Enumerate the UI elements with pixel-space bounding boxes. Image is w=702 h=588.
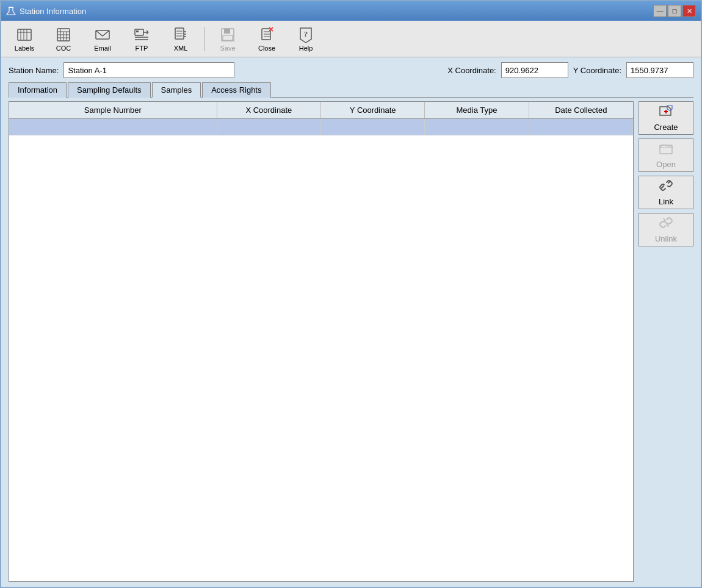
svg-point-3 bbox=[11, 13, 12, 14]
email-icon bbox=[94, 26, 111, 43]
app-icon bbox=[6, 6, 16, 16]
create-label: Create bbox=[654, 123, 678, 132]
unlink-button[interactable]: Unlink bbox=[639, 213, 693, 246]
close-toolbar-icon bbox=[258, 26, 275, 43]
close-window-button[interactable]: ✕ bbox=[682, 5, 696, 17]
col-date-collected: Date Collected bbox=[529, 102, 633, 118]
save-button[interactable]: Save bbox=[209, 24, 246, 54]
col-x-coordinate: X Coordinate bbox=[217, 102, 321, 118]
create-button[interactable]: Create bbox=[639, 101, 693, 135]
open-icon bbox=[659, 142, 673, 158]
svg-line-47 bbox=[664, 218, 668, 227]
svg-text:?: ? bbox=[304, 29, 308, 38]
link-label: Link bbox=[659, 197, 673, 206]
tab-access-rights[interactable]: Access Rights bbox=[202, 82, 270, 98]
cell-media-type bbox=[425, 119, 529, 135]
help-icon: ? bbox=[297, 26, 314, 43]
tabs: Information Sampling Defaults Samples Ac… bbox=[9, 82, 693, 98]
table-body bbox=[9, 119, 633, 581]
table-header: Sample Number X Coordinate Y Coordinate … bbox=[9, 102, 633, 119]
labels-label: Labels bbox=[15, 45, 34, 52]
table-row[interactable] bbox=[9, 119, 633, 135]
svg-rect-18 bbox=[136, 30, 139, 32]
svg-rect-1 bbox=[9, 7, 13, 8]
xml-button[interactable]: XML bbox=[162, 24, 199, 54]
title-bar-left: Station Information bbox=[6, 6, 86, 16]
content-area: Station Name: X Coordinate: Y Coordinate… bbox=[1, 57, 701, 587]
col-y-coordinate: Y Coordinate bbox=[321, 102, 425, 118]
ftp-button[interactable]: FTP bbox=[123, 24, 160, 54]
cell-y-coordinate bbox=[321, 119, 425, 135]
coc-icon bbox=[55, 26, 72, 43]
email-label: Email bbox=[94, 45, 111, 52]
xml-icon bbox=[172, 26, 189, 43]
title-bar-buttons: — □ ✕ bbox=[653, 5, 696, 17]
link-icon bbox=[659, 179, 673, 195]
open-button[interactable]: Open bbox=[639, 138, 693, 172]
tab-sampling-defaults[interactable]: Sampling Defaults bbox=[68, 82, 151, 98]
link-button[interactable]: Link bbox=[639, 176, 693, 209]
create-icon bbox=[659, 104, 673, 121]
tab-information[interactable]: Information bbox=[9, 82, 67, 98]
email-button[interactable]: Email bbox=[84, 24, 121, 54]
samples-table: Sample Number X Coordinate Y Coordinate … bbox=[9, 101, 634, 582]
title-bar: Station Information — □ ✕ bbox=[1, 1, 701, 21]
svg-point-2 bbox=[9, 12, 10, 13]
main-panel: Sample Number X Coordinate Y Coordinate … bbox=[9, 101, 693, 582]
labels-button[interactable]: Labels bbox=[6, 24, 43, 54]
x-coord-label: X Coordinate: bbox=[447, 66, 496, 75]
svg-rect-4 bbox=[18, 29, 31, 40]
side-buttons: Create Open bbox=[639, 101, 693, 582]
y-coord-input[interactable] bbox=[626, 62, 693, 78]
minimize-button[interactable]: — bbox=[653, 5, 667, 17]
col-sample-number: Sample Number bbox=[9, 102, 217, 118]
window-title: Station Information bbox=[20, 7, 86, 16]
save-label: Save bbox=[220, 45, 235, 52]
svg-rect-33 bbox=[223, 35, 233, 40]
close-toolbar-button[interactable]: Close bbox=[248, 24, 285, 54]
col-media-type: Media Type bbox=[425, 102, 529, 118]
unlink-label: Unlink bbox=[655, 234, 677, 243]
labels-icon bbox=[16, 26, 33, 43]
close-toolbar-label: Close bbox=[258, 45, 275, 52]
svg-rect-32 bbox=[224, 29, 230, 34]
y-coord-label: Y Coordinate: bbox=[573, 66, 621, 75]
open-label: Open bbox=[656, 160, 676, 169]
maximize-button[interactable]: □ bbox=[668, 5, 681, 17]
coc-label: COC bbox=[56, 45, 71, 52]
coc-button[interactable]: COC bbox=[45, 24, 82, 54]
toolbar: Labels COC bbox=[1, 21, 701, 57]
help-label: Help bbox=[299, 45, 313, 52]
xml-label: XML bbox=[174, 45, 188, 52]
station-name-label: Station Name: bbox=[9, 66, 59, 75]
tab-samples[interactable]: Samples bbox=[152, 82, 201, 98]
unlink-icon bbox=[659, 216, 673, 232]
svg-rect-17 bbox=[135, 29, 143, 35]
coord-section: X Coordinate: Y Coordinate: bbox=[447, 62, 693, 78]
main-window: Station Information — □ ✕ Labels bbox=[0, 0, 702, 588]
x-coord-input[interactable] bbox=[501, 62, 568, 78]
cell-date-collected bbox=[529, 119, 633, 135]
cell-x-coordinate bbox=[217, 119, 321, 135]
ftp-label: FTP bbox=[136, 45, 148, 52]
svg-marker-0 bbox=[7, 7, 15, 15]
toolbar-separator-1 bbox=[204, 27, 204, 51]
station-name-input[interactable] bbox=[63, 62, 234, 78]
cell-sample-number bbox=[9, 119, 217, 135]
save-icon bbox=[219, 26, 236, 43]
station-row: Station Name: X Coordinate: Y Coordinate… bbox=[9, 62, 693, 78]
ftp-icon bbox=[133, 26, 150, 43]
help-button[interactable]: ? Help bbox=[288, 24, 324, 54]
